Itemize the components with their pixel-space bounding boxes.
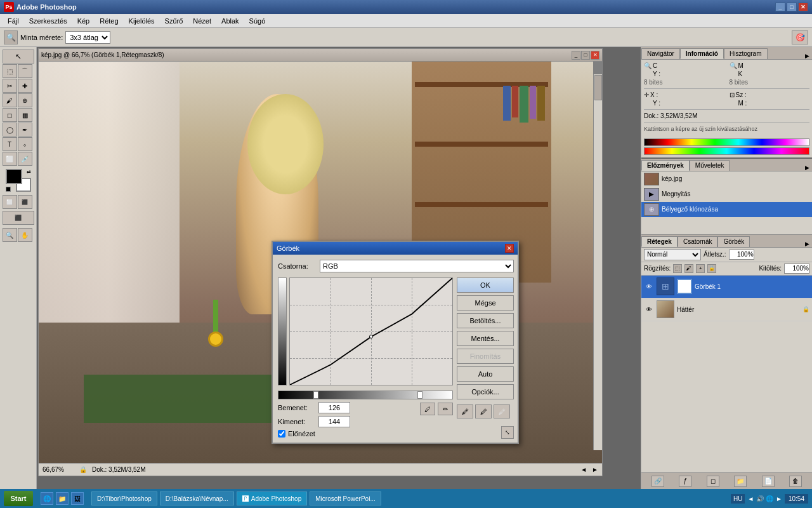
tab-info[interactable]: Információ xyxy=(680,48,724,59)
history-item-0[interactable]: kép.jpg xyxy=(641,171,812,187)
white-point-eyedropper[interactable]: 🖉 xyxy=(494,404,510,418)
zoom-tool[interactable]: 🔍 xyxy=(3,228,17,242)
lock-all-icon[interactable]: 🔒 xyxy=(707,264,716,273)
quick-launch-ie[interactable]: 🌐 xyxy=(41,492,53,505)
menu-image[interactable]: Kép xyxy=(72,16,95,26)
history-panel-expand-icon[interactable]: ▶ xyxy=(805,164,812,171)
lock-transparent-icon[interactable]: ⬚ xyxy=(673,264,682,273)
fill-input[interactable] xyxy=(784,264,809,274)
start-button[interactable]: Start xyxy=(4,491,33,506)
blend-mode-select[interactable]: Normál xyxy=(644,249,701,260)
menu-edit[interactable]: Szerkesztés xyxy=(24,16,72,26)
top-panel-expand-icon[interactable]: ▶ xyxy=(805,53,812,59)
doc-close-btn[interactable]: ✕ xyxy=(591,51,599,60)
menu-view[interactable]: Nézet xyxy=(188,16,216,26)
curves-graph[interactable] xyxy=(289,277,453,385)
reset-colors-icon[interactable] xyxy=(6,187,11,192)
history-item-1[interactable]: ▶ Megnyitás xyxy=(641,187,812,202)
black-point-eyedropper[interactable]: 🖉 xyxy=(457,404,473,418)
brush-tool[interactable]: 🖌 xyxy=(3,93,17,107)
move-tool[interactable]: ↖ xyxy=(3,50,34,64)
add-style-btn[interactable]: ƒ xyxy=(679,476,691,487)
curve-control-point[interactable] xyxy=(369,335,373,338)
opacity-input[interactable] xyxy=(729,250,754,260)
smooth-button[interactable]: Finomítás xyxy=(457,349,514,364)
quick-launch-folder[interactable]: 📁 xyxy=(56,492,69,505)
ok-button[interactable]: OK xyxy=(457,277,514,293)
gradient-tool[interactable]: ▦ xyxy=(18,108,32,122)
minimize-btn[interactable]: _ xyxy=(775,3,785,11)
menu-window[interactable]: Ablak xyxy=(216,16,244,26)
auto-button[interactable]: Auto xyxy=(457,366,514,382)
right-slider-handle[interactable] xyxy=(417,391,422,399)
sample-size-select[interactable]: 3x3 átlag xyxy=(65,31,110,44)
scroll-thumb[interactable] xyxy=(594,75,602,100)
taskbar-item-3[interactable]: Microsoft PowerPoi... xyxy=(310,491,381,505)
tab-actions[interactable]: Műveletek xyxy=(690,160,730,171)
curve-pencil-dark-btn[interactable]: 🖊 xyxy=(420,403,435,415)
menu-select[interactable]: Kijelölés xyxy=(124,16,160,26)
eyedropper-tool[interactable]: 🔍 xyxy=(4,30,18,44)
lang-indicator[interactable]: HU xyxy=(731,494,745,504)
lasso-tool[interactable]: ⌒ xyxy=(18,64,32,78)
gray-point-eyedropper[interactable]: 🖉 xyxy=(475,404,492,418)
taskbar-item-1[interactable]: D:\Balázska\Névnap... xyxy=(160,491,234,505)
tab-navigator[interactable]: Navigátor xyxy=(641,48,680,59)
arrow-left-icon[interactable]: ◄ xyxy=(747,495,754,502)
tab-history[interactable]: Előzmények xyxy=(641,160,690,171)
link-layers-btn[interactable]: 🔗 xyxy=(652,476,664,487)
crop-tool[interactable]: ✂ xyxy=(3,79,17,93)
menu-filter[interactable]: Szűrő xyxy=(160,16,188,26)
tab-channels[interactable]: Csatornák xyxy=(678,236,718,247)
curve-pencil-light-btn[interactable]: ✏ xyxy=(438,403,453,415)
new-group-btn[interactable]: 📁 xyxy=(734,476,747,487)
maximize-btn[interactable]: □ xyxy=(787,3,797,11)
tab-layers[interactable]: Rétegek xyxy=(641,236,678,247)
nav-right-btn[interactable]: ► xyxy=(592,466,598,473)
preview-checkbox[interactable] xyxy=(278,430,285,438)
history-item-2[interactable]: ⊕ Bélyegző klónozása xyxy=(641,202,812,217)
color-sampler-tool[interactable]: 🎯 xyxy=(792,30,808,44)
menu-file[interactable]: Fájl xyxy=(3,16,24,26)
doc-minimize-btn[interactable]: _ xyxy=(572,51,580,60)
marquee-tool[interactable]: ⬚ xyxy=(3,64,17,78)
screen-mode[interactable]: ⬛ xyxy=(3,211,34,225)
pen-tool[interactable]: ✒ xyxy=(18,123,32,137)
curves-close-btn[interactable]: ✕ xyxy=(505,244,514,253)
nav-left-btn[interactable]: ◄ xyxy=(580,466,587,473)
eraser-tool[interactable]: ◻ xyxy=(3,108,17,122)
output-value[interactable]: 144 xyxy=(318,416,350,427)
new-layer-btn[interactable]: 📄 xyxy=(762,476,775,487)
left-slider-handle[interactable] xyxy=(313,391,318,399)
text-tool[interactable]: T xyxy=(3,137,17,151)
quickmask-on[interactable]: ⬛ xyxy=(18,195,32,209)
add-mask-btn[interactable]: ◻ xyxy=(707,476,719,487)
quick-launch-ps[interactable]: 🖼 xyxy=(71,492,84,505)
tab-histogram[interactable]: Hisztogram xyxy=(724,48,768,59)
taskbar-item-0[interactable]: D:\Tibor\Photoshop xyxy=(91,491,157,505)
cancel-button[interactable]: Mégse xyxy=(457,295,514,311)
canvas-scrollbar[interactable] xyxy=(593,74,602,450)
quickmask-off[interactable]: ⬜ xyxy=(3,195,17,209)
eyedropper-left[interactable]: 💉 xyxy=(18,152,32,166)
load-button[interactable]: Betöltés... xyxy=(457,313,514,328)
layer-eye-0[interactable]: 👁 xyxy=(644,281,654,291)
color-hue-bar[interactable] xyxy=(644,147,809,155)
layer-item-0[interactable]: 👁 ⊞ Görbék 1 xyxy=(641,276,812,298)
curves-expand-btn[interactable]: ⤡ xyxy=(501,426,514,439)
dodge-tool[interactable]: ◯ xyxy=(3,123,17,137)
close-btn[interactable]: ✕ xyxy=(798,3,808,11)
heal-tool[interactable]: ✚ xyxy=(18,79,32,93)
doc-maximize-btn[interactable]: □ xyxy=(581,51,590,60)
input-value[interactable]: 126 xyxy=(318,402,350,413)
delete-layer-btn[interactable]: 🗑 xyxy=(789,476,802,487)
swap-colors-icon[interactable]: ⇄ xyxy=(27,169,31,175)
lock-image-icon[interactable]: 🖌 xyxy=(684,264,693,273)
arrow-right-icon[interactable]: ► xyxy=(776,495,782,502)
layer-eye-1[interactable]: 👁 xyxy=(644,304,654,314)
save-button[interactable]: Mentés... xyxy=(457,331,514,346)
layer-item-1[interactable]: 👁 Háttér 🔒 xyxy=(641,298,812,321)
curves-channel-select[interactable]: RGB Vörös Zöld Kék xyxy=(320,260,514,272)
path-tool[interactable]: ⬦ xyxy=(18,137,32,151)
menu-layer[interactable]: Réteg xyxy=(95,16,123,26)
